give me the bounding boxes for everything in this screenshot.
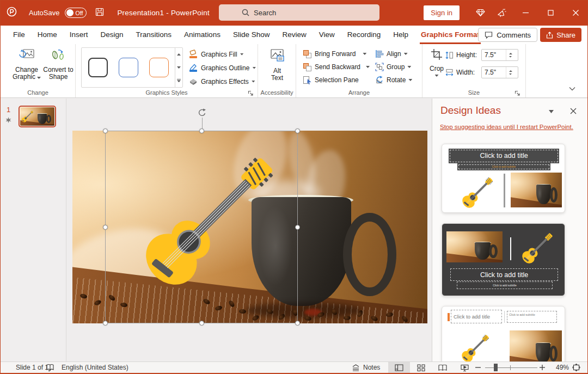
powerpoint-logo-icon[interactable] bbox=[7, 7, 17, 19]
search-box[interactable]: Search bbox=[219, 4, 379, 21]
zoom-slider-handle[interactable] bbox=[494, 364, 498, 371]
tab-file[interactable]: File bbox=[12, 26, 26, 44]
zoom-in-button[interactable] bbox=[540, 362, 545, 373]
design-idea-card-1[interactable]: Click to add title Click to add subtitle bbox=[442, 144, 565, 213]
height-spinner[interactable] bbox=[506, 50, 514, 60]
zoom-level[interactable]: 49% bbox=[548, 362, 569, 373]
tab-home[interactable]: Home bbox=[36, 26, 58, 44]
bring-forward-icon bbox=[303, 50, 312, 59]
graphics-outline-button[interactable]: Graphics Outline bbox=[188, 62, 256, 74]
tab-animations[interactable]: Animations bbox=[183, 26, 222, 44]
design-idea-card-2[interactable]: Click to add title Click to add subtitle bbox=[442, 223, 565, 296]
slideshow-button[interactable] bbox=[454, 362, 475, 373]
collapse-ribbon-chevron[interactable] bbox=[569, 83, 575, 93]
alt-text-button[interactable]: Alt Text bbox=[263, 48, 291, 82]
tab-help[interactable]: Help bbox=[392, 26, 409, 44]
height-label: Height: bbox=[456, 51, 477, 59]
pane-close-icon[interactable] bbox=[570, 107, 577, 117]
comments-button[interactable]: Comments bbox=[478, 28, 537, 42]
rotate-button[interactable]: Rotate bbox=[375, 74, 412, 86]
size-dialog-launcher[interactable] bbox=[514, 89, 521, 95]
language-indicator[interactable]: English (United States) bbox=[62, 362, 128, 373]
gallery-scroll-up[interactable] bbox=[175, 48, 182, 61]
stop-suggesting-link[interactable]: Stop suggesting ideas until I restart Po… bbox=[440, 124, 573, 130]
design-idea-card-3[interactable]: Click to add title Click to add subtitle bbox=[442, 306, 565, 361]
send-backward-button[interactable]: Send Backward bbox=[303, 61, 370, 73]
tab-insert[interactable]: Insert bbox=[69, 26, 89, 44]
tab-design[interactable]: Design bbox=[100, 26, 125, 44]
crop-button[interactable]: Crop bbox=[426, 48, 448, 77]
card-guitar bbox=[517, 228, 558, 269]
gem-icon[interactable] bbox=[469, 0, 491, 26]
graphics-styles-dialog-launcher[interactable] bbox=[248, 89, 254, 95]
sign-in-button[interactable]: Sign in bbox=[424, 5, 460, 20]
selection-handle-top-right[interactable] bbox=[295, 128, 300, 133]
selection-handle-bottom-center[interactable] bbox=[199, 321, 204, 326]
tab-review[interactable]: Review bbox=[281, 26, 307, 44]
style-swatch-blue[interactable] bbox=[119, 58, 138, 77]
share-label: Share bbox=[556, 31, 575, 39]
fit-to-window-button[interactable] bbox=[572, 362, 580, 373]
tab-recording[interactable]: Recording bbox=[346, 26, 382, 44]
style-swatch-orange[interactable] bbox=[149, 58, 169, 77]
close-button[interactable] bbox=[563, 0, 588, 26]
search-placeholder: Search bbox=[254, 9, 276, 17]
height-input[interactable] bbox=[482, 51, 506, 59]
rotate-handle[interactable] bbox=[198, 108, 207, 118]
slide-sorter-button[interactable] bbox=[410, 362, 432, 373]
notes-button[interactable]: Notes bbox=[352, 362, 380, 373]
alt-text-icon bbox=[270, 48, 285, 64]
change-graphic-button[interactable]: Change Graphic bbox=[11, 48, 42, 81]
selection-handle-middle-left[interactable] bbox=[103, 225, 108, 230]
maximize-button[interactable] bbox=[538, 0, 563, 26]
height-icon bbox=[445, 51, 454, 59]
graphics-effects-button[interactable]: Graphics Effects bbox=[188, 75, 255, 88]
tab-graphics-format[interactable]: Graphics Format bbox=[420, 26, 481, 44]
width-spinner[interactable] bbox=[506, 67, 514, 78]
save-icon[interactable] bbox=[95, 8, 104, 19]
zoom-out-button[interactable] bbox=[475, 362, 481, 373]
proofing-icon[interactable] bbox=[46, 362, 54, 373]
group-button[interactable]: Group bbox=[375, 61, 411, 73]
width-input[interactable] bbox=[482, 69, 506, 76]
slide-thumbnail[interactable] bbox=[19, 106, 56, 127]
autosave-toggle[interactable]: Off bbox=[65, 8, 87, 18]
group-label-size: Size bbox=[422, 89, 525, 96]
gallery-scroll-down[interactable] bbox=[175, 61, 182, 74]
tab-view[interactable]: View bbox=[318, 26, 336, 44]
tab-transitions[interactable]: Transitions bbox=[135, 26, 173, 44]
gallery-more-button[interactable] bbox=[175, 74, 182, 87]
reading-view-button[interactable] bbox=[432, 362, 454, 373]
slide-thumbnail-preview bbox=[20, 107, 54, 126]
toggle-knob bbox=[66, 9, 74, 16]
selection-pane-button[interactable]: Selection Pane bbox=[303, 74, 359, 86]
share-button[interactable]: Share bbox=[540, 28, 581, 42]
ribbon-tab-row: File Home Insert Design Transitions Anim… bbox=[1, 26, 587, 44]
selection-handle-middle-right[interactable] bbox=[295, 225, 300, 230]
selection-pane-label: Selection Pane bbox=[315, 76, 359, 84]
bring-forward-button[interactable]: Bring Forward bbox=[303, 48, 366, 60]
normal-view-button[interactable] bbox=[388, 362, 410, 373]
powerpoint-window: AutoSave Off Presentation1 - PowerPoint … bbox=[0, 0, 588, 374]
send-backward-icon bbox=[303, 63, 312, 72]
graphics-fill-button[interactable]: Graphics Fill bbox=[188, 48, 244, 60]
selection-handle-top-center[interactable] bbox=[199, 128, 204, 133]
ribbon: Change Graphic Convert to Shape Change bbox=[1, 44, 587, 98]
design-ideas-pane: Design Ideas Stop suggesting ideas until… bbox=[432, 99, 587, 361]
selection-handle-bottom-left[interactable] bbox=[103, 321, 108, 326]
megaphone-icon[interactable] bbox=[491, 0, 513, 26]
subtitle-placeholder: Click to add subtitle bbox=[507, 311, 557, 323]
convert-to-shape-button[interactable]: Convert to Shape bbox=[43, 48, 74, 81]
selection-handle-bottom-right[interactable] bbox=[295, 321, 300, 326]
slide-indicator[interactable]: Slide 1 of 1 bbox=[16, 362, 48, 373]
change-graphic-label: Change Graphic bbox=[13, 66, 38, 81]
minimize-button[interactable] bbox=[513, 0, 538, 26]
align-button[interactable]: Align bbox=[375, 48, 408, 60]
pane-options-chevron[interactable] bbox=[549, 110, 554, 113]
zoom-slider-track[interactable] bbox=[485, 367, 537, 368]
design-ideas-title: Design Ideas bbox=[440, 105, 501, 117]
ribbon-group-accessibility: Alt Text Accessibility bbox=[258, 44, 296, 97]
tab-slide-show[interactable]: Slide Show bbox=[232, 26, 271, 44]
style-swatch-black[interactable] bbox=[88, 58, 108, 77]
selection-handle-top-left[interactable] bbox=[103, 128, 108, 133]
